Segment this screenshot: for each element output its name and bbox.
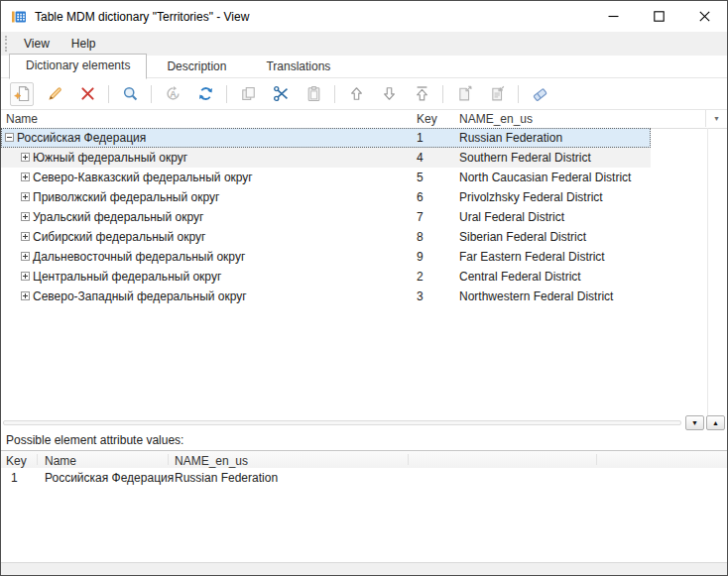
- cell-name-en: Northwestern Federal District: [459, 287, 613, 306]
- delete-x-icon: [79, 85, 96, 102]
- column-divider: [408, 454, 409, 465]
- tab-description[interactable]: Description: [147, 56, 246, 78]
- attr-cell-key: 1: [11, 468, 18, 488]
- column-chooser-button[interactable]: ▼: [705, 110, 727, 127]
- column-header-key[interactable]: Key: [417, 112, 437, 126]
- app-table-icon: [11, 9, 27, 25]
- close-button[interactable]: [681, 1, 727, 32]
- add-element-button[interactable]: [10, 82, 34, 106]
- column-header-name[interactable]: Name: [6, 112, 38, 126]
- delete-element-button[interactable]: [75, 82, 99, 106]
- minimize-button[interactable]: [590, 1, 636, 32]
- attr-column-header-name-en-us[interactable]: NAME_en_us: [175, 454, 248, 468]
- column-divider: [168, 454, 169, 465]
- menubar: ViewHelp: [1, 32, 727, 56]
- paste-button[interactable]: [302, 82, 325, 106]
- edit-pencil-icon: [47, 85, 63, 102]
- tab-dictionary-elements[interactable]: Dictionary elements: [9, 54, 147, 79]
- menu-item-help[interactable]: Help: [61, 33, 107, 55]
- arrow-to-top-icon: [414, 85, 430, 102]
- cell-key: 8: [417, 227, 424, 247]
- tabstrip: Dictionary elementsDescriptionTranslatio…: [1, 56, 727, 78]
- column-header-name-en-us[interactable]: NAME_en_us: [459, 112, 533, 126]
- cell-key: 5: [417, 168, 424, 187]
- expand-box-icon[interactable]: [21, 252, 30, 261]
- search-magnifier-icon: [122, 85, 139, 102]
- cut-button[interactable]: [269, 82, 293, 106]
- triangle-down-icon: ▼: [691, 419, 698, 426]
- attr-column-header-key[interactable]: Key: [6, 454, 27, 468]
- menubar-gripper-icon: [5, 36, 7, 52]
- refresh-button[interactable]: [193, 82, 217, 106]
- cell-key: 4: [417, 148, 424, 168]
- tree-row[interactable]: Северо-Западный федеральный округ3Northw…: [1, 287, 651, 306]
- attr-table-row[interactable]: 1Российская ФедерацияRussian Federation: [1, 468, 727, 488]
- column-divider: [37, 454, 38, 465]
- toolbar-separator: [442, 85, 443, 103]
- copy-icon: [240, 85, 257, 102]
- expand-box-icon[interactable]: [21, 291, 30, 300]
- toolbar-separator: [334, 85, 335, 103]
- attribute-values-label: Possible element attribute values:: [1, 430, 727, 450]
- tree-row[interactable]: Российская Федерация1Russian Federation: [1, 128, 651, 148]
- translate-refresh-icon: A: [165, 85, 182, 102]
- expand-box-icon[interactable]: [21, 272, 30, 281]
- copy-button[interactable]: [236, 82, 260, 106]
- triangle-up-icon: ▲: [712, 419, 719, 426]
- expand-box-icon[interactable]: [21, 232, 30, 241]
- attribute-table-header: KeyNameNAME_en_us: [1, 450, 727, 468]
- cell-name: Приволжский федеральный округ: [33, 187, 219, 207]
- move-to-top-button[interactable]: [410, 82, 433, 106]
- paste-clipboard-icon: [305, 85, 322, 102]
- clear-button[interactable]: [528, 82, 551, 106]
- maximize-button[interactable]: [636, 1, 681, 32]
- cell-name-en: Russian Federation: [459, 128, 562, 148]
- tab-translations[interactable]: Translations: [246, 56, 350, 78]
- attr-cell-name-en: Russian Federation: [175, 468, 278, 488]
- expand-box-icon[interactable]: [21, 153, 30, 162]
- titlebar: Table MDM dictionary "Territories" - Vie…: [1, 1, 727, 32]
- cell-name: Уральский федеральный округ: [33, 207, 203, 227]
- expand-box-icon[interactable]: [21, 192, 30, 201]
- cell-name-en: Privolzhsky Federal District: [459, 187, 603, 207]
- cell-key: 3: [417, 287, 424, 306]
- tree-row[interactable]: Центральный федеральный округ2Central Fe…: [1, 267, 651, 287]
- move-up-button[interactable]: [344, 82, 368, 106]
- check-in-button[interactable]: [485, 82, 509, 106]
- menu-item-view[interactable]: View: [13, 33, 61, 55]
- toolbar-separator: [226, 85, 227, 103]
- expand-box-icon[interactable]: [21, 173, 30, 181]
- splitter-expand-button[interactable]: ▲: [706, 415, 725, 430]
- edit-element-button[interactable]: [43, 82, 66, 106]
- move-down-button[interactable]: [377, 82, 401, 106]
- splitter-collapse-button[interactable]: ▼: [685, 415, 704, 430]
- attr-column-header-name[interactable]: Name: [45, 454, 76, 468]
- cell-name: Сибирский федеральный округ: [33, 227, 205, 247]
- tree-row[interactable]: Дальневосточный федеральный округ9Far Ea…: [1, 247, 651, 267]
- tree-row[interactable]: Сибирский федеральный округ8Siberian Fed…: [1, 227, 651, 247]
- cell-name: Северо-Западный федеральный округ: [33, 287, 247, 306]
- tree-row[interactable]: Южный федеральный округ4Southern Federal…: [1, 148, 651, 168]
- cell-name-en: Ural Federal District: [459, 207, 564, 227]
- tree-row[interactable]: Северо-Кавказский федеральный округ5Nort…: [1, 168, 651, 187]
- add-icon: [14, 85, 31, 102]
- cell-name: Российская Федерация: [17, 128, 146, 148]
- tree-row[interactable]: Приволжский федеральный округ6Privolzhsk…: [1, 187, 651, 207]
- svg-text:A: A: [170, 89, 177, 99]
- search-button[interactable]: [118, 82, 142, 106]
- expand-box-icon[interactable]: [21, 212, 30, 221]
- refresh-icon: [197, 85, 214, 102]
- collapse-box-icon[interactable]: [5, 133, 14, 142]
- cell-key: 6: [417, 187, 424, 207]
- check-out-button[interactable]: [452, 82, 476, 106]
- attribute-values-table: KeyNameNAME_en_us 1Российская ФедерацияR…: [1, 450, 727, 561]
- tree-row[interactable]: Уральский федеральный округ7Ural Federal…: [1, 207, 651, 227]
- scissors-icon: [273, 85, 290, 102]
- auto-translate-button[interactable]: A: [161, 82, 184, 106]
- grid-header: NameKeyNAME_en_us▼: [1, 110, 727, 129]
- cell-name-en: Southern Federal District: [459, 148, 591, 168]
- cell-name: Северо-Кавказский федеральный округ: [33, 168, 253, 187]
- cell-key: 2: [417, 267, 424, 287]
- splitter-handle[interactable]: [3, 420, 681, 425]
- cell-name-en: Siberian Federal District: [459, 227, 586, 247]
